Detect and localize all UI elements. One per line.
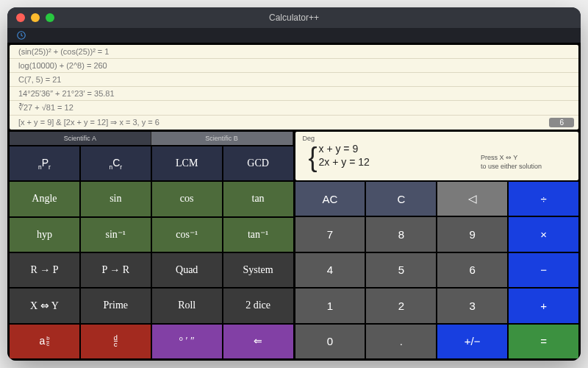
window-title: Calculator++ bbox=[7, 13, 581, 23]
digit-3[interactable]: 3 bbox=[437, 289, 507, 322]
panels: Scientific A Scientific B nPr nCr LCM GC… bbox=[10, 132, 578, 358]
tab-scientific-a[interactable]: Scientific A bbox=[10, 132, 151, 145]
prime-button[interactable]: Prime bbox=[81, 289, 151, 322]
tab-scientific-b[interactable]: Scientific B bbox=[151, 132, 293, 145]
subtract-button[interactable]: − bbox=[509, 253, 578, 287]
display: Deg { x + y = 9 2x + y = 12 Press X ⇔ Y … bbox=[295, 132, 579, 180]
zoom-icon[interactable] bbox=[46, 13, 54, 22]
history-row[interactable]: C(7, 5) = 21 bbox=[10, 73, 578, 87]
divide-button[interactable]: ÷ bbox=[509, 182, 578, 216]
asin-button[interactable]: sin⁻¹ bbox=[81, 218, 151, 252]
digit-6[interactable]: 6 bbox=[437, 253, 507, 287]
angle-mode: Deg bbox=[303, 135, 572, 142]
history-row[interactable]: (sin(25))² + (cos(25))² = 1 bbox=[10, 45, 578, 59]
add-button[interactable]: + bbox=[509, 289, 578, 322]
quad-button[interactable]: Quad bbox=[152, 253, 222, 287]
decimal-button[interactable]: . bbox=[366, 325, 436, 358]
scientific-grid: nPr nCr LCM GCD Angle sin cos tan hyp si… bbox=[10, 146, 293, 358]
toolbar bbox=[7, 28, 581, 43]
history-row[interactable]: 14°25′36″ + 21°23′ = 35.81 bbox=[10, 87, 578, 101]
digit-9[interactable]: 9 bbox=[437, 217, 507, 251]
sin-button[interactable]: sin bbox=[81, 182, 151, 216]
delete-button[interactable]: ◁ bbox=[437, 182, 507, 216]
ncr-button[interactable]: nCr bbox=[81, 146, 151, 180]
backspace-button[interactable]: ⇐ bbox=[223, 325, 293, 358]
clear-button[interactable]: C bbox=[366, 182, 436, 216]
digit-2[interactable]: 2 bbox=[366, 289, 436, 322]
history-row[interactable]: [x + y = 9] & [2x + y = 12] ⇒ x = 3, y =… bbox=[10, 116, 578, 130]
titlebar: Calculator++ bbox=[7, 7, 581, 28]
mixed-fraction-button[interactable]: abc bbox=[10, 325, 79, 358]
history-row[interactable]: ∛27 + √81 = 12 bbox=[10, 101, 578, 116]
dms-button[interactable]: ° ′ ″ bbox=[152, 325, 222, 358]
brace-icon: { bbox=[309, 141, 318, 175]
content-area: (sin(25))² + (cos(25))² = 1 log(10000) +… bbox=[7, 43, 581, 361]
system-button[interactable]: System bbox=[223, 253, 293, 287]
x-swap-y-button[interactable]: X ⇔ Y bbox=[10, 289, 79, 322]
close-icon[interactable] bbox=[16, 13, 25, 22]
scientific-tabs: Scientific A Scientific B bbox=[10, 132, 293, 145]
angle-button[interactable]: Angle bbox=[10, 182, 79, 216]
minimize-icon[interactable] bbox=[31, 13, 40, 22]
cos-button[interactable]: cos bbox=[152, 182, 222, 216]
rect-to-polar-button[interactable]: R → P bbox=[10, 253, 79, 287]
tan-button[interactable]: tan bbox=[223, 182, 293, 216]
digit-8[interactable]: 8 bbox=[366, 217, 436, 251]
hyp-button[interactable]: hyp bbox=[10, 218, 79, 252]
ac-button[interactable]: AC bbox=[295, 182, 365, 216]
history-panel: (sin(25))² + (cos(25))² = 1 log(10000) +… bbox=[10, 45, 578, 130]
keypad-panel: Deg { x + y = 9 2x + y = 12 Press X ⇔ Y … bbox=[295, 132, 579, 358]
polar-to-rect-button[interactable]: P → R bbox=[81, 253, 151, 287]
npr-button[interactable]: nPr bbox=[10, 146, 79, 180]
clock-icon[interactable] bbox=[16, 30, 26, 40]
app-window: Calculator++ (sin(25))² + (cos(25))² = 1… bbox=[7, 7, 581, 361]
window-controls bbox=[7, 13, 54, 22]
gcd-button[interactable]: GCD bbox=[223, 146, 293, 180]
history-row[interactable]: log(10000) + (2^8) = 260 bbox=[10, 59, 578, 73]
improper-fraction-button[interactable]: dc bbox=[81, 325, 151, 358]
acos-button[interactable]: cos⁻¹ bbox=[152, 218, 222, 252]
digit-1[interactable]: 1 bbox=[295, 289, 365, 322]
dice-button[interactable]: 2 dice bbox=[223, 289, 293, 322]
digit-4[interactable]: 4 bbox=[295, 253, 365, 287]
digit-0[interactable]: 0 bbox=[295, 325, 365, 358]
history-count-badge: 6 bbox=[549, 118, 574, 127]
lcm-button[interactable]: LCM bbox=[152, 146, 222, 180]
numeric-keypad: AC C ◁ ÷ 7 8 9 × 4 5 6 − 1 2 3 + 0 bbox=[295, 182, 579, 358]
scientific-panel: Scientific A Scientific B nPr nCr LCM GC… bbox=[10, 132, 293, 358]
equals-button[interactable]: = bbox=[509, 325, 578, 358]
multiply-button[interactable]: × bbox=[509, 217, 578, 251]
digit-5[interactable]: 5 bbox=[366, 253, 436, 287]
atan-button[interactable]: tan⁻¹ bbox=[223, 218, 293, 252]
roll-button[interactable]: Roll bbox=[152, 289, 222, 322]
plus-minus-button[interactable]: +/− bbox=[437, 325, 507, 358]
display-hint: Press X ⇔ Y to use either solution bbox=[481, 154, 542, 171]
digit-7[interactable]: 7 bbox=[295, 217, 365, 251]
